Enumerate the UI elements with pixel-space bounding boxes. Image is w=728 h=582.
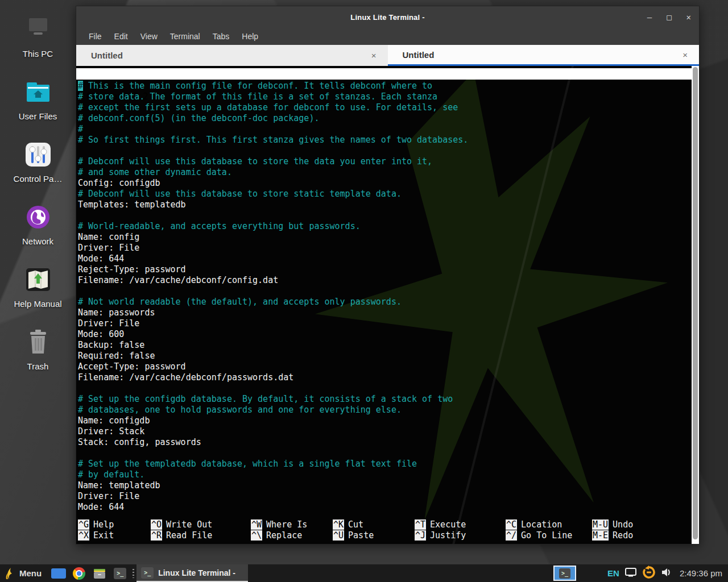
terminal-line: Name: config [78, 232, 690, 243]
terminal-line: Stack: config, passwords [78, 437, 690, 448]
tab-close-icon[interactable]: × [371, 51, 377, 60]
terminal-line: Name: passwords [78, 307, 690, 318]
terminal-line: # and some other dynamic data. [78, 167, 690, 178]
nano-shortcut: ^XExit [78, 530, 151, 541]
menu-edit[interactable]: Edit [108, 32, 134, 41]
terminal-viewport[interactable]: /etc/debconf.conf GNU nano 7.2 # This is… [76, 66, 699, 544]
desktop-icon-network[interactable]: Network [0, 202, 76, 265]
desktop-icon-this-pc[interactable]: This PC [0, 15, 76, 77]
display-settings-icon[interactable] [624, 567, 637, 580]
clock[interactable]: 2:49:36 pm [680, 568, 722, 578]
terminal-line: Filename: /var/cache/debconf/config.dat [78, 275, 690, 286]
maximize-button[interactable]: □ [667, 13, 671, 21]
nano-buffer: # This is the main config file for debco… [78, 81, 690, 513]
terminal-line: # Set up the configdb database. By defau… [78, 394, 690, 405]
task-button-terminal[interactable]: >_ Linux Lite Terminal - [136, 564, 248, 582]
terminal-line: # Not world readable (the default), and … [78, 297, 690, 307]
file-manager-icon[interactable] [92, 566, 107, 581]
menu-help[interactable]: Help [235, 32, 264, 41]
terminal-line: # databases, one to hold passwords and o… [78, 405, 690, 415]
network-globe-icon [24, 202, 52, 232]
terminal-line: Driver: File [78, 491, 690, 502]
help-manual-icon [24, 265, 52, 294]
terminal-line [78, 383, 690, 394]
terminal-window: Linux Lite Terminal - – □ ✕ File Edit Vi… [76, 6, 700, 544]
terminal-line [78, 286, 690, 297]
terminal-line: Name: templatedb [78, 480, 690, 491]
tab-close-icon[interactable]: × [682, 50, 688, 60]
tray-terminal-icon[interactable]: >_ [553, 566, 576, 581]
tab-untitled-1[interactable]: Untitled × [76, 45, 388, 66]
nano-shortcut: M-ERedo [592, 530, 690, 541]
desktop-icon-label: Trash [27, 361, 49, 371]
nano-shortcut: ^/Go To Line [506, 530, 592, 541]
terminal-line: Driver: Stack [78, 426, 690, 437]
terminal-line: Mode: 600 [78, 329, 690, 340]
terminal-line: # This is the main config file for debco… [78, 81, 690, 92]
terminal-line: # Debconf will use this database to stor… [78, 189, 690, 199]
taskbar: Menu >_ >_ Linux Lite Terminal - >_ EN 2… [0, 564, 728, 582]
menu-view[interactable]: View [134, 32, 164, 41]
menu-tabs[interactable]: Tabs [206, 32, 236, 41]
computer-icon [24, 15, 52, 44]
menu-file[interactable]: File [82, 32, 108, 41]
minimize-button[interactable]: – [647, 13, 652, 21]
menubar: File Edit View Terminal Tabs Help [76, 28, 699, 45]
terminal-line: Config: configdb [78, 178, 690, 189]
desktop-icon-label: Help Manual [14, 299, 61, 309]
update-notifier-icon[interactable] [642, 566, 656, 581]
terminal-scrollbar[interactable] [692, 66, 699, 544]
terminal-line: Name: configdb [78, 415, 690, 426]
nano-shortcut: ^CLocation [506, 519, 592, 530]
nano-shortcut: ^WWhere Is [251, 519, 333, 530]
panel-separator [133, 569, 134, 578]
terminal-line: Filename: /var/cache/debconf/passwords.d… [78, 372, 690, 383]
terminal-line: # So first things first. This first stan… [78, 135, 690, 146]
nano-shortcut: ^KCut [333, 519, 415, 530]
close-button[interactable]: ✕ [686, 13, 691, 21]
nano-shortcuts: ^GHelp^OWrite Out^WWhere Is^KCut^TExecut… [78, 519, 690, 541]
terminal-line: # World-readable, and accepts everything… [78, 221, 690, 232]
nano-shortcut: ^GHelp [78, 519, 151, 530]
terminal-launcher-icon[interactable]: >_ [113, 566, 127, 581]
terminal-line: Driver: File [78, 318, 690, 329]
desktop-icon-label: Network [22, 236, 53, 246]
task-button-label: Linux Lite Terminal - [158, 568, 235, 577]
nano-titlebar: /etc/debconf.conf GNU nano 7.2 [76, 68, 692, 80]
linux-lite-logo-icon[interactable] [4, 567, 15, 580]
nano-cursor: # [78, 81, 83, 91]
tab-untitled-2[interactable]: Untitled × [388, 45, 700, 66]
terminal-line: # store data. The format of this file is… [78, 92, 690, 102]
desktop-icon-help-manual[interactable]: Help Manual [0, 265, 76, 327]
desktop-icon-control-panel[interactable]: Control Pa… [0, 140, 76, 202]
terminal-line: Templates: templatedb [78, 199, 690, 210]
terminal-line: Required: false [78, 351, 690, 361]
terminal-line: # Debconf will use this database to stor… [78, 156, 690, 167]
desktop-icon-trash[interactable]: Trash [0, 327, 76, 390]
terminal-line: Mode: 644 [78, 253, 690, 264]
terminal-line [78, 448, 690, 459]
taskbar-tray: >_ EN 2:49:36 pm [553, 564, 728, 582]
nano-shortcut: ^\Replace [251, 530, 333, 541]
desktop-icon-label: Control Pa… [14, 174, 63, 184]
nano-shortcut: ^JJustify [415, 530, 506, 541]
terminal-line: Driver: File [78, 243, 690, 253]
terminal-line: # by default. [78, 469, 690, 480]
desktop-icon-label: User Files [19, 111, 57, 121]
trash-icon [24, 327, 52, 357]
scrollbar-thumb[interactable] [693, 67, 698, 539]
menu-terminal[interactable]: Terminal [164, 32, 206, 41]
terminal-line: Accept-Type: password [78, 361, 690, 372]
tab-label: Untitled [91, 51, 123, 60]
menu-button[interactable]: Menu [19, 568, 42, 578]
terminal-window-icon: >_ [141, 567, 154, 579]
keyboard-layout-indicator[interactable]: EN [607, 568, 619, 578]
tab-label: Untitled [403, 50, 435, 60]
desktop-icon-user-files[interactable]: User Files [0, 77, 76, 140]
window-title: Linux Lite Terminal - [76, 13, 699, 22]
chrome-icon[interactable] [72, 566, 86, 581]
volume-icon[interactable] [661, 567, 672, 580]
window-titlebar[interactable]: Linux Lite Terminal - – □ ✕ [76, 6, 699, 28]
show-desktop-icon[interactable] [51, 566, 66, 581]
terminal-line [78, 210, 690, 221]
